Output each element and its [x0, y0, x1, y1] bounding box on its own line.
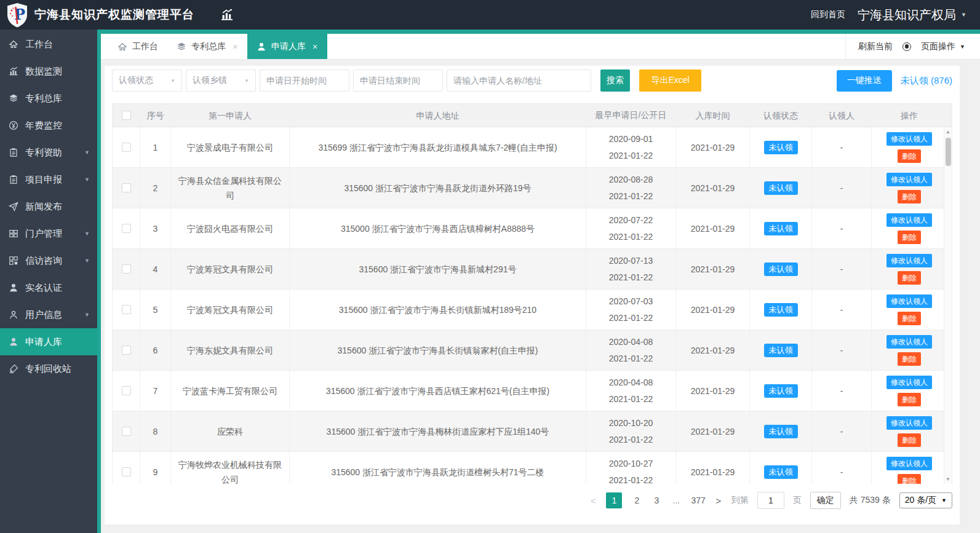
cell-stored-date: 2021-01-29	[676, 330, 750, 370]
delete-button[interactable]: 删除	[898, 312, 921, 325]
row-checkbox[interactable]	[122, 345, 131, 355]
delete-button[interactable]: 删除	[898, 149, 921, 163]
claim-status-select[interactable]: 认领状态 ▼	[112, 69, 182, 92]
table-row: 3 宁波囧火电器有限公司 315000 浙江省宁波市宁海县西店镇樟树村A8888…	[113, 208, 952, 249]
next-page-button[interactable]: >	[714, 495, 723, 506]
cell-dates: 2020-10-20 2021-01-22	[586, 411, 676, 451]
delete-button[interactable]: 删除	[898, 433, 921, 447]
org-name: 宁海县知识产权局	[858, 7, 956, 23]
row-checkbox[interactable]	[122, 143, 131, 152]
page-button-377[interactable]: 377	[691, 495, 705, 505]
sidebar-menu: 工作台 ▼ 数据监测 ▼ 专利总库 ▼ 年费监控 ▼ 专利资助 ▼ 项目申报 ▼…	[0, 30, 101, 533]
chevron-down-icon: ▼	[170, 78, 175, 84]
org-menu[interactable]: 宁海县知识产权局 ▼	[858, 7, 966, 23]
cell-index: 9	[140, 452, 171, 484]
sidebar-item-realname-auth[interactable]: 实名认证 ▼	[0, 274, 97, 301]
unclaimed-count-link[interactable]: 未认领 (876)	[901, 75, 952, 87]
select-all-checkbox[interactable]	[122, 111, 131, 120]
delete-button[interactable]: 删除	[898, 352, 921, 366]
pagination-bar: < 123...377 > 到第 页 确定 共 7539 条 20 条/页 ▼	[112, 484, 952, 509]
tab-patent-db[interactable]: 专利总库 ×	[167, 34, 247, 59]
refresh-current-link[interactable]: 刷新当前	[858, 41, 893, 52]
date-start-input[interactable]	[260, 69, 349, 92]
chevron-down-icon: ▼	[84, 231, 90, 237]
page-ops-menu[interactable]: 页面操作 ▼	[921, 41, 965, 52]
goto-page-input[interactable]	[757, 492, 784, 509]
delete-button[interactable]: 删除	[898, 474, 921, 484]
row-checkbox[interactable]	[122, 427, 131, 436]
tab-close-icon[interactable]: ×	[233, 41, 238, 52]
keyword-input[interactable]	[447, 69, 591, 92]
edit-claimer-button[interactable]: 修改认领人	[886, 457, 932, 470]
table-scrollbar[interactable]: ▲ ▼	[944, 128, 952, 484]
date-end-input[interactable]	[353, 69, 443, 92]
edit-claimer-button[interactable]: 修改认领人	[886, 213, 932, 227]
brush-icon	[9, 364, 19, 374]
cell-applicant: 宁波筹冠文具有限公司	[171, 249, 290, 289]
chevron-down-icon: ▼	[960, 44, 965, 50]
delete-button[interactable]: 删除	[898, 231, 921, 244]
edit-claimer-button[interactable]: 修改认领人	[886, 335, 932, 349]
page-button-1[interactable]: 1	[606, 492, 622, 508]
row-checkbox[interactable]	[122, 224, 131, 233]
scroll-down-icon[interactable]: ▼	[946, 475, 950, 484]
table-header: 序号 第一申请人 申请人地址 最早申请日/公开日 入库时间 认领状态 认领人 操…	[113, 104, 952, 127]
sidebar-item-news-publish[interactable]: 新闻发布 ▼	[0, 193, 97, 220]
sidebar-item-project-apply[interactable]: 项目申报 ▼	[0, 166, 97, 193]
goto-confirm-button[interactable]: 确定	[810, 492, 841, 509]
sidebar-item-annual-fee[interactable]: 年费监控 ▼	[0, 112, 97, 139]
sidebar-item-workbench[interactable]: 工作台 ▼	[0, 31, 97, 58]
tab-close-icon[interactable]: ×	[313, 41, 318, 52]
cell-address: 315600 浙江省宁波市宁海县长街镇新城村189号210	[290, 290, 586, 330]
row-checkbox[interactable]	[122, 264, 131, 274]
publish-date: 2021-01-22	[609, 148, 653, 164]
user-icon	[9, 283, 19, 293]
prev-page-button[interactable]: <	[589, 495, 597, 506]
filing-date: 2020-10-27	[609, 456, 653, 472]
scroll-up-icon[interactable]: ▲	[946, 128, 950, 136]
delete-button[interactable]: 删除	[898, 271, 921, 285]
row-checkbox[interactable]	[122, 305, 131, 314]
sidebar-item-portal-mgmt[interactable]: 门户管理 ▼	[0, 220, 97, 247]
sidebar-item-patent-db[interactable]: 专利总库 ▼	[0, 85, 97, 112]
page-button-2[interactable]: 2	[632, 495, 642, 505]
tab-applicant-db[interactable]: 申请人库 ×	[247, 34, 327, 59]
edit-claimer-button[interactable]: 修改认领人	[886, 132, 932, 146]
cell-applicant: 宁波景成电子有限公司	[171, 127, 290, 167]
user-line-icon	[9, 310, 19, 320]
sidebar-item-patent-recycle[interactable]: 专利回收站 ▼	[0, 355, 97, 382]
sidebar-item-label: 信访咨询	[25, 255, 62, 267]
sidebar-item-label: 数据监测	[25, 66, 62, 77]
col-header-stored: 入库时间	[676, 104, 750, 127]
edit-claimer-button[interactable]: 修改认领人	[886, 254, 932, 267]
user-icon	[257, 42, 266, 52]
sidebar-item-patent-subsidy[interactable]: 专利资助 ▼	[0, 139, 97, 166]
edit-claimer-button[interactable]: 修改认领人	[886, 173, 932, 186]
edit-claimer-button[interactable]: 修改认领人	[886, 416, 932, 430]
page-size-select[interactable]: 20 条/页 ▼	[899, 492, 952, 508]
back-home-link[interactable]: 回到首页	[811, 9, 845, 20]
delete-button[interactable]: 删除	[898, 190, 921, 203]
row-checkbox[interactable]	[122, 467, 131, 476]
sidebar-item-data-monitor[interactable]: 数据监测 ▼	[0, 58, 97, 85]
sidebar-item-petition[interactable]: 信访咨询 ▼	[0, 247, 97, 274]
search-button[interactable]: 搜索	[600, 69, 630, 92]
sidebar-item-user-info[interactable]: 用户信息 ▼	[0, 301, 97, 328]
edit-claimer-button[interactable]: 修改认领人	[886, 294, 932, 308]
scrollbar-thumb[interactable]	[946, 138, 951, 166]
sidebar-item-applicant-db[interactable]: 申请人库 ▼	[0, 328, 97, 355]
row-checkbox[interactable]	[122, 183, 131, 192]
page-button-3[interactable]: 3	[651, 495, 661, 505]
export-excel-button[interactable]: 导出Excel	[639, 69, 701, 92]
delete-button[interactable]: 删除	[898, 393, 921, 406]
status-badge: 未认领	[764, 384, 798, 398]
tab-workbench[interactable]: 工作台 ×	[108, 34, 167, 59]
status-badge: 未认领	[764, 344, 798, 357]
row-checkbox[interactable]	[122, 386, 131, 395]
sidebar-item-label: 申请人库	[25, 336, 62, 348]
col-header-index: 序号	[140, 104, 171, 127]
edit-claimer-button[interactable]: 修改认领人	[886, 376, 932, 389]
push-all-button[interactable]: 一键推送	[837, 70, 892, 92]
layers-icon	[177, 42, 186, 52]
town-select[interactable]: 认领乡镇 ▼	[186, 69, 256, 92]
